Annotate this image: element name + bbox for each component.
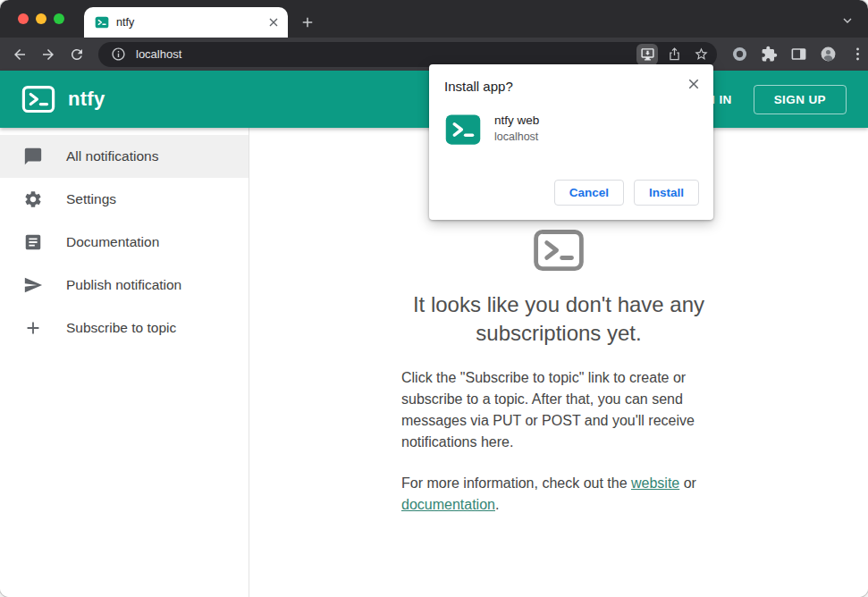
tab-close-icon[interactable] xyxy=(266,15,281,29)
url-text: localhost xyxy=(136,47,629,61)
tab-title: ntfy xyxy=(116,16,259,29)
sidebar-item-label: All notifications xyxy=(66,148,158,164)
send-icon xyxy=(23,275,43,295)
ntfy-favicon-icon xyxy=(95,15,109,29)
website-link[interactable]: website xyxy=(631,475,679,491)
sidebar-item-subscribe-to-topic[interactable]: Subscribe to topic xyxy=(0,307,249,349)
chat-bubble-icon xyxy=(23,147,43,166)
bookmark-star-icon[interactable] xyxy=(690,44,712,65)
sidebar-item-label: Settings xyxy=(66,191,116,207)
cancel-button[interactable]: Cancel xyxy=(554,180,624,206)
more-info-text: . xyxy=(495,497,499,512)
documentation-link[interactable]: documentation xyxy=(401,497,495,512)
empty-state-heading: It looks like you don't have any subscri… xyxy=(367,290,751,348)
close-window-button[interactable] xyxy=(18,13,29,24)
sidebar-item-label: Documentation xyxy=(66,234,159,250)
sidebar: All notifications Settings Documentation… xyxy=(0,128,249,597)
minimize-window-button[interactable] xyxy=(36,13,46,24)
tab-search-chevron-icon[interactable] xyxy=(836,9,859,32)
extensions-area xyxy=(728,43,868,66)
extensions-puzzle-icon[interactable] xyxy=(757,43,780,66)
address-bar[interactable]: localhost xyxy=(98,42,717,67)
browser-window: ntfy localhost xyxy=(0,0,868,597)
profile-avatar-icon[interactable] xyxy=(816,43,839,66)
tab-strip: ntfy xyxy=(0,0,868,38)
sidebar-item-settings[interactable]: Settings xyxy=(0,178,249,221)
side-panel-icon[interactable] xyxy=(787,43,810,66)
install-app-dialog: Install app? ntfy web localhost Cancel I… xyxy=(429,64,713,220)
install-app-icon[interactable] xyxy=(636,44,658,65)
install-app-info: ntfy web localhost xyxy=(444,111,699,148)
app-title: ntfy xyxy=(68,88,105,111)
more-info-text: For more information, check out the xyxy=(401,475,631,491)
site-info-icon[interactable] xyxy=(107,44,129,65)
sidebar-item-publish-notification[interactable]: Publish notification xyxy=(0,264,249,307)
sign-up-button[interactable]: SIGN UP xyxy=(754,85,847,114)
sidebar-item-label: Publish notification xyxy=(66,277,181,293)
close-icon[interactable] xyxy=(686,76,702,92)
sidebar-item-all-notifications[interactable]: All notifications xyxy=(0,135,249,178)
sidebar-item-documentation[interactable]: Documentation xyxy=(0,221,249,264)
install-button[interactable]: Install xyxy=(634,180,699,206)
install-dialog-actions: Cancel Install xyxy=(444,180,699,206)
plus-icon xyxy=(23,318,43,338)
more-info-text: or xyxy=(679,475,696,491)
install-app-name: ntfy web xyxy=(494,114,539,127)
ntfy-terminal-icon xyxy=(533,224,585,276)
reload-icon[interactable] xyxy=(64,42,89,67)
new-tab-button[interactable] xyxy=(295,10,320,35)
browser-menu-kebab-icon[interactable] xyxy=(846,43,868,66)
share-icon[interactable] xyxy=(663,44,685,65)
install-app-origin: localhost xyxy=(494,130,539,143)
traffic-lights xyxy=(0,0,77,38)
ntfy-app-icon xyxy=(444,111,482,148)
empty-state-body: Click the "Subscribe to topic" link to c… xyxy=(401,367,716,453)
sidebar-item-label: Subscribe to topic xyxy=(66,320,176,336)
browser-tab[interactable]: ntfy xyxy=(84,7,288,38)
maximize-window-button[interactable] xyxy=(54,13,64,24)
back-icon[interactable] xyxy=(7,42,32,67)
ntfy-logo-icon xyxy=(21,82,55,116)
article-icon xyxy=(23,232,43,252)
install-dialog-title: Install app? xyxy=(444,79,699,94)
password-manager-extension-icon[interactable] xyxy=(728,43,751,66)
forward-icon[interactable] xyxy=(36,42,61,67)
empty-state-more-info: For more information, check out the webs… xyxy=(401,473,716,516)
gear-icon xyxy=(23,189,43,209)
